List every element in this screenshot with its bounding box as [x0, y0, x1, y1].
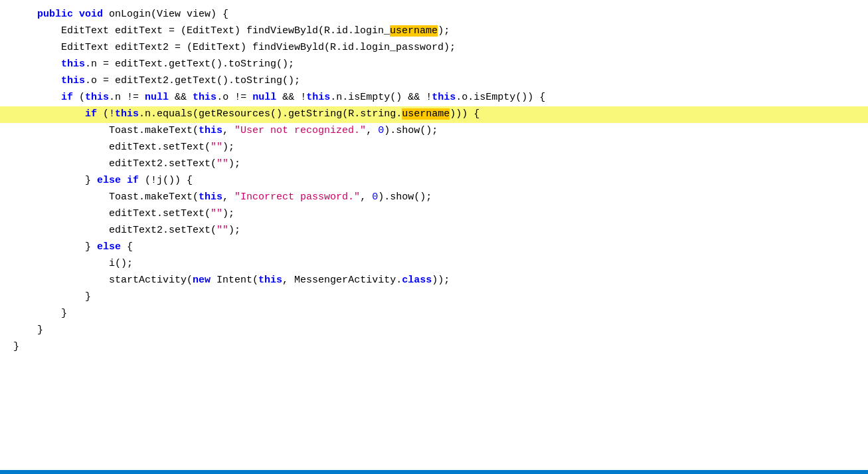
- code-token: 0: [378, 125, 384, 136]
- code-text: public void onLogin(View view) {: [13, 7, 228, 23]
- code-text: Toast.makeText(this, "User not recognize…: [13, 123, 438, 140]
- code-line: editText2.setText("");: [0, 223, 868, 239]
- code-token: startActivity(: [109, 275, 193, 286]
- code-line: }: [0, 322, 868, 339]
- code-text: EditText editText = (EditText) findViewB…: [13, 23, 450, 40]
- code-token: );: [222, 142, 234, 153]
- code-token: onLogin(View view) {: [103, 9, 228, 20]
- code-token: );: [438, 25, 450, 37]
- code-line: } else if (!j()) {: [0, 173, 868, 189]
- code-token: this: [61, 75, 85, 86]
- code-token: );: [228, 158, 240, 170]
- code-token: }: [85, 291, 91, 302]
- code-token: }: [37, 324, 43, 336]
- code-token: );: [222, 208, 234, 219]
- code-token: }: [13, 341, 19, 352]
- code-text: } else if (!j()) {: [13, 173, 193, 189]
- code-token: "": [211, 208, 222, 219]
- code-token: this: [115, 108, 139, 120]
- code-token: "": [217, 225, 228, 236]
- code-token: new: [193, 275, 211, 286]
- code-line: this.n = editText.getText().toString();: [0, 57, 868, 73]
- code-token: "": [217, 158, 228, 170]
- code-token: .n.equals(getResources().getString(R.str…: [139, 108, 402, 120]
- code-token: .n !=: [109, 92, 145, 103]
- code-token: username: [390, 25, 438, 37]
- code-token: ,: [366, 125, 378, 136]
- code-token: if: [61, 92, 73, 103]
- code-token: this: [199, 191, 222, 203]
- code-text: Toast.makeText(this, "Incorrect password…: [13, 189, 432, 206]
- code-text: }: [13, 289, 91, 306]
- code-line: editText.setText("");: [0, 206, 868, 223]
- code-token: {: [121, 241, 133, 253]
- code-line: this.o = editText2.getText().toString();: [0, 73, 868, 90]
- code-token: editText2.setText(: [109, 225, 217, 236]
- code-token: ).show();: [378, 191, 432, 203]
- code-token: username: [402, 108, 450, 120]
- code-token: this: [258, 275, 282, 286]
- code-token: }: [85, 175, 97, 186]
- code-token: this: [306, 92, 330, 103]
- code-token: .n.isEmpty() && !: [330, 92, 432, 103]
- code-line: startActivity(new Intent(this, Messenger…: [0, 273, 868, 289]
- code-token: this: [61, 59, 85, 70]
- code-text: editText.setText("");: [13, 206, 234, 223]
- code-token: i();: [109, 258, 133, 269]
- code-token: this: [432, 92, 456, 103]
- code-token: void: [79, 9, 103, 20]
- code-token: editText2.setText(: [109, 158, 217, 170]
- code-token: (: [73, 92, 85, 103]
- code-text: }: [13, 306, 67, 322]
- code-token: this: [193, 92, 217, 103]
- code-text: editText2.setText("");: [13, 156, 240, 173]
- code-text: EditText editText2 = (EditText) findView…: [13, 40, 456, 57]
- code-line: if (!this.n.equals(getResources().getStr…: [0, 106, 868, 123]
- code-token: );: [228, 225, 240, 236]
- code-token: .o !=: [217, 92, 252, 103]
- code-token: ,: [222, 191, 234, 203]
- code-token: this: [85, 92, 109, 103]
- code-token: }: [85, 241, 97, 253]
- code-token: if: [85, 108, 97, 120]
- code-token: [73, 9, 79, 20]
- code-line: i();: [0, 256, 868, 273]
- code-token: Toast.makeText(: [109, 125, 199, 136]
- code-token: .n = editText.getText().toString();: [85, 59, 294, 70]
- code-token: .o = editText2.getText().toString();: [85, 75, 300, 86]
- code-token: else: [97, 241, 121, 253]
- code-line: }: [0, 289, 868, 306]
- code-line: if (this.n != null && this.o != null && …: [0, 90, 868, 106]
- code-text: if (!this.n.equals(getResources().getStr…: [13, 106, 479, 123]
- code-text: } else {: [13, 239, 133, 256]
- code-token: (!j()) {: [139, 175, 193, 186]
- code-text: editText2.setText("");: [13, 223, 240, 239]
- code-text: }: [13, 339, 19, 356]
- code-token: .o.isEmpty()) {: [456, 92, 545, 103]
- code-token: ,: [360, 191, 372, 203]
- code-token: "User not recognized.": [234, 125, 366, 136]
- code-token: , MessengerActivity.: [282, 275, 402, 286]
- code-line: EditText editText = (EditText) findViewB…: [0, 23, 868, 40]
- code-token: Intent(: [211, 275, 258, 286]
- code-token: ).show();: [384, 125, 438, 136]
- code-text: this.o = editText2.getText().toString();: [13, 73, 300, 90]
- code-line: Toast.makeText(this, "Incorrect password…: [0, 189, 868, 206]
- code-editor: public void onLogin(View view) { EditTex…: [0, 0, 868, 474]
- code-token: null: [145, 92, 169, 103]
- code-token: EditText editText = (EditText) findViewB…: [61, 25, 390, 37]
- code-text: editText.setText("");: [13, 140, 234, 156]
- code-token: this: [199, 125, 222, 136]
- code-token: class: [402, 275, 432, 286]
- code-token: && !: [276, 92, 306, 103]
- code-text: if (this.n != null && this.o != null && …: [13, 90, 545, 106]
- code-line: Toast.makeText(this, "User not recognize…: [0, 123, 868, 140]
- code-token: EditText editText2 = (EditText) findView…: [61, 42, 456, 53]
- code-line: }: [0, 339, 868, 356]
- code-token: "Incorrect password.": [234, 191, 360, 203]
- code-text: startActivity(new Intent(this, Messenger…: [13, 273, 450, 289]
- code-line: public void onLogin(View view) {: [0, 7, 868, 23]
- code-line: } else {: [0, 239, 868, 256]
- code-token: null: [252, 92, 276, 103]
- code-token: Toast.makeText(: [109, 191, 199, 203]
